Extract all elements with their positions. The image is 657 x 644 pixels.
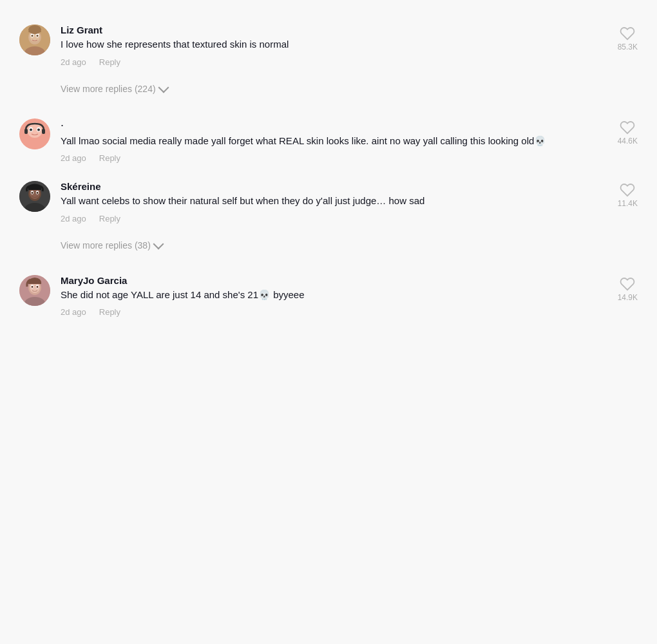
chevron-down-icon xyxy=(153,238,164,249)
svg-point-7 xyxy=(37,35,39,37)
view-more-replies-button[interactable]: View more replies (38) xyxy=(61,235,162,256)
view-more-replies-button[interactable]: View more replies (224) xyxy=(61,79,167,99)
comment-like[interactable]: 85.3K xyxy=(618,24,638,52)
heart-icon[interactable] xyxy=(620,182,635,198)
reply-button[interactable]: Reply xyxy=(99,57,120,67)
like-count: 11.4K xyxy=(618,199,638,208)
like-count: 44.6K xyxy=(618,137,638,146)
comment-time: 2d ago xyxy=(61,57,86,67)
comment-content: MaryJo Garcia She did not age YALL are j… xyxy=(61,275,605,317)
svg-point-23 xyxy=(32,192,33,194)
svg-rect-15 xyxy=(24,129,28,134)
comment-item: MaryJo Garcia She did not age YALL are j… xyxy=(19,263,638,324)
view-replies-label: View more replies (38) xyxy=(61,240,151,251)
svg-point-31 xyxy=(32,286,33,288)
svg-point-13 xyxy=(30,128,32,131)
comment-text: Yall want celebs to show their natural s… xyxy=(61,194,605,209)
heart-icon[interactable] xyxy=(620,120,635,135)
comment-meta: 2d ago Reply xyxy=(61,214,605,223)
comment-meta: 2d ago Reply xyxy=(61,153,605,163)
maryjo-avatar xyxy=(19,275,50,306)
comment-username: Skéreine xyxy=(61,181,605,192)
comment-like[interactable]: 44.6K xyxy=(618,118,638,146)
comment-username: Liz Grant xyxy=(61,24,605,35)
svg-rect-16 xyxy=(42,129,45,134)
chevron-down-icon xyxy=(158,82,169,93)
comment-item: · Yall lmao social media really made yal… xyxy=(19,107,638,170)
comment-like[interactable]: 14.9K xyxy=(618,275,638,302)
comments-section: Liz Grant I love how she represents that… xyxy=(0,0,657,336)
comment-meta: 2d ago Reply xyxy=(61,57,605,67)
reply-button[interactable]: Reply xyxy=(99,307,120,317)
heart-icon[interactable] xyxy=(620,26,635,41)
comment-text: She did not age YALL are just 14 and she… xyxy=(61,288,605,303)
heart-icon[interactable] xyxy=(620,276,635,292)
comment-time: 2d ago xyxy=(61,153,86,163)
comment-text: I love how she represents that textured … xyxy=(61,37,605,52)
comment-content: Skéreine Yall want celebs to show their … xyxy=(61,181,605,223)
comment-item: Skéreine Yall want celebs to show their … xyxy=(19,169,638,230)
dot-avatar xyxy=(19,118,50,149)
view-replies-label: View more replies (224) xyxy=(61,84,156,94)
reply-button[interactable]: Reply xyxy=(99,153,120,163)
svg-point-6 xyxy=(32,35,33,37)
comment-time: 2d ago xyxy=(61,307,86,317)
svg-point-24 xyxy=(37,192,39,194)
reply-button[interactable]: Reply xyxy=(99,214,120,223)
like-count: 14.9K xyxy=(618,293,638,302)
comment-item: Liz Grant I love how she represents that… xyxy=(19,13,638,73)
comment-time: 2d ago xyxy=(61,214,86,223)
comment-content: · Yall lmao social media really made yal… xyxy=(61,118,605,164)
comment-username: · xyxy=(61,118,605,132)
svg-point-14 xyxy=(37,128,40,131)
comment-text: Yall lmao social media really made yall … xyxy=(61,134,605,149)
comment-content: Liz Grant I love how she represents that… xyxy=(61,24,605,67)
svg-point-32 xyxy=(37,286,39,288)
comment-like[interactable]: 11.4K xyxy=(618,181,638,208)
liz-avatar xyxy=(19,24,50,55)
comment-username: MaryJo Garcia xyxy=(61,275,605,286)
comment-meta: 2d ago Reply xyxy=(61,307,605,317)
like-count: 85.3K xyxy=(618,43,638,52)
skereine-avatar xyxy=(19,181,50,212)
